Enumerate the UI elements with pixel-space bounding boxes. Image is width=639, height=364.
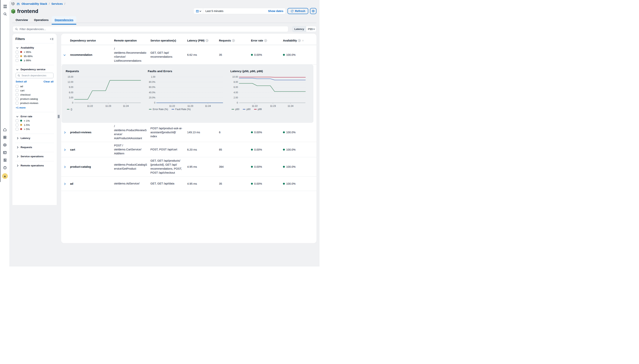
table-row[interactable]: cart POST /oteldemo.CartService/AddItem … — [61, 142, 316, 157]
filter-option-service-product-catalog[interactable]: product-catalog — [16, 97, 54, 101]
checkbox[interactable] — [16, 98, 18, 100]
add-panel-button[interactable] — [3, 158, 7, 163]
filter-option-availability-gte99[interactable]: ≥ 99% — [16, 58, 54, 62]
filter-section-dependency-service[interactable]: Dependency service — [16, 68, 54, 72]
column-header-error-rate: Error rate — [251, 39, 283, 42]
menu-button[interactable] — [0, 3, 10, 10]
time-range-input[interactable]: Last 5 minutes Show dates — [203, 8, 286, 14]
metric-label: Latency — [292, 26, 306, 32]
refresh-button[interactable]: Refresh — [288, 8, 308, 14]
filter-option-service-ad[interactable]: ad — [16, 84, 54, 88]
breadcrumb-link-observability-stack[interactable]: Observability Stack — [22, 2, 47, 5]
search-icon — [18, 74, 20, 77]
breadcrumb-link-services[interactable]: Services — [52, 2, 63, 5]
dependency-search-input[interactable] — [22, 74, 52, 77]
clear-all-link[interactable]: Clear all — [44, 80, 54, 83]
panel-resize-handle[interactable] — [58, 115, 60, 118]
checkbox[interactable] — [16, 51, 18, 54]
chevron-right-icon — [16, 164, 18, 166]
column-header-remote-operation: Remote operation — [114, 39, 150, 42]
filter-section-latency[interactable]: Latency — [16, 136, 54, 140]
svg-text:6.00: 6.00 — [69, 91, 74, 94]
filter-section-requests[interactable]: Requests — [16, 146, 54, 150]
show-more-link[interactable]: +1 more — [16, 105, 54, 110]
svg-text:0: 0 — [72, 102, 73, 104]
filter-option-service-checkout[interactable]: checkout — [16, 92, 54, 97]
red-dot-icon — [20, 51, 22, 53]
settings-button[interactable] — [3, 143, 7, 148]
dependency-name[interactable]: recommendation — [70, 53, 114, 56]
sort-ascending-icon[interactable]: ↑ — [302, 39, 304, 42]
info-icon[interactable] — [206, 39, 208, 42]
refresh-icon — [290, 10, 294, 12]
info-button[interactable] — [3, 166, 7, 170]
filter-option-availability-95-99[interactable]: 95-99% — [16, 54, 54, 58]
show-dates-link[interactable]: Show dates — [268, 10, 283, 12]
filter-option-availability-lt95[interactable]: < 95% — [16, 50, 54, 54]
checkbox[interactable] — [16, 85, 18, 88]
filter-section-remote-operations[interactable]: Remote operations — [16, 164, 54, 168]
red-dot-icon — [20, 128, 22, 130]
page-settings-button[interactable] — [310, 8, 316, 14]
filter-section-error-rate[interactable]: Error rate — [16, 114, 54, 118]
user-avatar[interactable]: a — [2, 173, 8, 179]
svg-text:80.0%: 80.0% — [149, 81, 155, 84]
dependency-filter-input[interactable] — [20, 28, 286, 31]
legend-swatch-icon — [232, 109, 234, 110]
column-header-availability[interactable]: Availability↑ — [283, 39, 314, 42]
collapse-row-button[interactable] — [64, 53, 70, 56]
apps-icon — [3, 135, 7, 139]
tab-overview[interactable]: Overview — [12, 16, 31, 24]
checkbox[interactable] — [16, 59, 18, 62]
orange-dot-icon — [20, 55, 22, 57]
availability-cell: 100.0% — [283, 165, 314, 168]
filter-section-availability[interactable]: Availability — [16, 46, 54, 50]
calendar-dropdown[interactable] — [194, 8, 203, 14]
info-icon[interactable] — [264, 39, 267, 42]
checkbox[interactable] — [16, 124, 18, 126]
filter-option-error-lt1[interactable]: < 1% — [16, 118, 54, 123]
table-row[interactable]: product-reviews /oteldemo.ProductReviewS… — [61, 123, 316, 142]
filter-option-error-1-5[interactable]: 1-5% — [16, 123, 54, 127]
metric-value-dropdown[interactable]: P99 — [306, 26, 316, 32]
svg-text:2.00: 2.00 — [234, 96, 238, 99]
svg-text:11:24: 11:24 — [288, 105, 294, 107]
checkbox[interactable] — [16, 128, 18, 130]
checkbox[interactable] — [16, 119, 18, 122]
checkbox[interactable] — [16, 93, 18, 96]
expand-row-button[interactable] — [64, 131, 70, 134]
search-button[interactable] — [0, 10, 10, 18]
chart-title: Latency (p50, p90, p99) — [230, 70, 305, 73]
tab-dependencies[interactable]: Dependencies — [52, 16, 76, 24]
dependency-name[interactable]: product-reviews — [70, 131, 114, 134]
select-all-link[interactable]: Select all — [16, 80, 27, 83]
svg-text:11:23: 11:23 — [270, 105, 276, 107]
history-icon[interactable] — [11, 2, 15, 6]
checkbox[interactable] — [16, 102, 18, 104]
tab-operations[interactable]: Operations — [31, 16, 52, 24]
apps-button[interactable] — [3, 135, 7, 140]
filter-option-service-cart[interactable]: cart — [16, 88, 54, 92]
table-row[interactable]: recommendation /oteldemo.RecommendationS… — [61, 45, 316, 64]
dependency-name[interactable]: cart — [70, 148, 114, 151]
column-header-requests: Requests — [219, 39, 251, 42]
info-icon[interactable] — [298, 39, 301, 42]
info-icon[interactable] — [232, 39, 235, 42]
legend-swatch-icon — [243, 109, 246, 110]
expand-row-button[interactable] — [64, 148, 70, 151]
legend-item: p50 — [232, 108, 239, 110]
expand-row-button[interactable] — [64, 165, 70, 168]
collapse-panel-icon[interactable] — [50, 37, 54, 41]
console-button[interactable] — [3, 150, 7, 155]
dependency-name[interactable]: product-catalog — [70, 165, 114, 168]
filter-option-service-product-reviews[interactable]: product-reviews — [16, 101, 54, 105]
table-row[interactable]: product-catalog oteldemo.ProductCatalogS… — [61, 157, 316, 176]
checkbox[interactable] — [16, 55, 18, 58]
filter-option-error-gt5[interactable]: > 5% — [16, 127, 54, 131]
availability-cell: 100.0% — [283, 148, 314, 151]
checkbox[interactable] — [16, 89, 18, 92]
faults-errors-chart: Faults and Errors 1.0080.0%60.0%40.0%20.… — [148, 70, 224, 123]
home-button[interactable] — [3, 128, 7, 132]
filter-section-service-operations[interactable]: Service operations — [16, 154, 54, 158]
table-row[interactable]: ad oteldemo.AdService/ GET, GET /api/dat… — [61, 176, 316, 182]
